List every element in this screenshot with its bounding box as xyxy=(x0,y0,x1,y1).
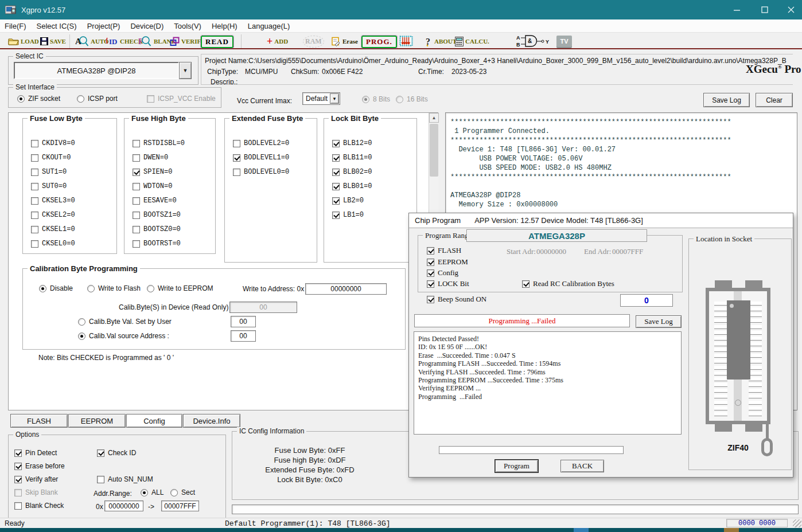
erase-before-checkbox[interactable]: Erase before xyxy=(14,462,65,470)
logic-tool-button[interactable]: AB & Y xyxy=(516,34,552,49)
menu-project[interactable]: Project(P) xyxy=(82,19,126,32)
maximize-button[interactable] xyxy=(752,0,778,19)
ic-dropdown-button[interactable]: ▼ xyxy=(179,62,192,79)
vcc-dropdown-button[interactable]: ▼ xyxy=(330,93,339,104)
blb12-checkbox[interactable]: BLB12=0 xyxy=(332,139,372,147)
minimize-button[interactable] xyxy=(724,0,750,19)
bodlevel1-checkbox[interactable]: BODLEVEL1=0 xyxy=(233,154,289,162)
wdton-checkbox[interactable]: WDTON=0 xyxy=(133,182,172,190)
eesave-checkbox[interactable]: EESAVE=0 xyxy=(133,197,177,205)
back-button[interactable]: BACK xyxy=(560,460,604,472)
scroll-up-button[interactable]: ▲ xyxy=(429,113,439,123)
8bits-radio[interactable]: 8 Bits xyxy=(362,95,390,103)
addr-all-radio[interactable]: ALL xyxy=(141,488,163,496)
verify-button[interactable]: VERIFY xyxy=(170,34,205,49)
tab-flash[interactable]: FLASH xyxy=(10,414,68,428)
range-to-input[interactable]: 00007FFF xyxy=(161,500,199,511)
eeprom-checkbox[interactable]: EEPROM xyxy=(427,257,468,267)
tab-eeprom[interactable]: EEPROM xyxy=(68,414,126,428)
zif-socket-radio[interactable]: ZIF socket xyxy=(17,95,60,103)
calib-write-flash-radio[interactable]: Write to Flash xyxy=(87,284,141,292)
check-id-checkbox[interactable]: Check ID xyxy=(97,449,136,457)
calib-disable-radio[interactable]: Disable xyxy=(39,284,73,292)
auto-sn-checkbox[interactable]: Auto SN_NUM xyxy=(97,475,153,483)
blank-check-checkbox[interactable]: Blank Check xyxy=(14,502,64,510)
cksel0-checkbox[interactable]: CKSEL0=0 xyxy=(31,240,75,248)
icsp-vcc-checkbox[interactable]: ICSP_VCC Enable xyxy=(147,95,216,103)
about-button[interactable]: ? ABOUT xyxy=(425,34,457,49)
blb11-checkbox[interactable]: BLB11=0 xyxy=(332,154,372,162)
range-from-input[interactable]: 00000000 xyxy=(104,500,143,511)
16bits-radio[interactable]: 16 Bits xyxy=(396,95,428,103)
bodlevel0-checkbox[interactable]: BODLEVEL0=0 xyxy=(233,168,289,176)
bootsz1-checkbox[interactable]: BOOTSZ1=0 xyxy=(133,211,181,219)
sut0-checkbox[interactable]: SUT0=0 xyxy=(31,182,67,190)
lb1-checkbox[interactable]: LB1=0 xyxy=(332,211,364,219)
blb01-checkbox[interactable]: BLB01=0 xyxy=(332,182,372,190)
start-adr-value: 00000000 xyxy=(536,247,566,256)
pin-detect-checkbox[interactable]: Pin Detect xyxy=(14,449,57,457)
ram-button[interactable]: RAM xyxy=(303,34,324,49)
sut1-checkbox[interactable]: SUT1=0 xyxy=(31,168,67,176)
rstdisbl-checkbox[interactable]: RSTDISBL=0 xyxy=(133,139,185,147)
write-address-input[interactable]: 00000000 xyxy=(305,283,387,295)
menu-device[interactable]: Device(D) xyxy=(125,19,169,32)
menu-select-ic[interactable]: Select IC(S) xyxy=(32,19,82,32)
erase-button[interactable]: Erase xyxy=(332,34,358,49)
bootrst-checkbox[interactable]: BOOTRST=0 xyxy=(133,240,181,248)
read-button[interactable]: READ xyxy=(201,34,233,49)
clear-button[interactable]: Clear xyxy=(756,93,793,107)
icsp-port-radio[interactable]: ICSP port xyxy=(77,95,118,103)
clear-label: Clear xyxy=(766,96,782,104)
lb2-checkbox[interactable]: LB2=0 xyxy=(332,197,364,205)
beep-checkbox[interactable]: Beep Sound ON xyxy=(427,295,486,304)
auto-button[interactable]: A AUTO xyxy=(75,34,109,49)
dwen-checkbox[interactable]: DWEN=0 xyxy=(133,154,168,162)
verify-after-checkbox[interactable]: Verify after xyxy=(14,475,58,483)
tab-device-info[interactable]: Device.Info xyxy=(183,414,240,428)
program-button[interactable]: Program xyxy=(495,460,538,472)
menu-file[interactable]: File(F) xyxy=(0,19,32,32)
cksel1-checkbox[interactable]: CKSEL1=0 xyxy=(31,225,75,233)
close-button[interactable] xyxy=(778,0,802,19)
calib-user-radio[interactable]: Calib.Byte Val. Set by User xyxy=(78,318,172,326)
fuse-high-title: Fuse High Byte xyxy=(129,114,188,123)
calib-write-eeprom-radio[interactable]: Write to EEPROM xyxy=(147,284,213,292)
cksel2-checkbox[interactable]: CKSEL2=0 xyxy=(31,211,75,219)
checkbox-box xyxy=(133,140,140,147)
scrollbar-thumb[interactable] xyxy=(430,124,438,177)
bodlevel2-checkbox[interactable]: BODLEVEL2=0 xyxy=(233,139,289,147)
tv-button[interactable]: TV xyxy=(556,34,572,49)
calib-user-input[interactable]: 00 xyxy=(231,316,256,327)
calib-source-radio[interactable]: Calib.Val source Address : xyxy=(78,332,169,340)
blb02-checkbox[interactable]: BLB02=0 xyxy=(332,168,372,176)
ckout-checkbox[interactable]: CKOUT=0 xyxy=(31,154,71,162)
dialog-titlebar[interactable]: Chip Program APP Version: 12.57 Device M… xyxy=(409,213,793,228)
resize-grip[interactable] xyxy=(793,519,801,527)
spien-checkbox[interactable]: SPIEN=0 xyxy=(133,168,172,176)
ic-selector[interactable]: ATMEGA328P @DIP28 xyxy=(14,62,179,79)
dialog-save-log-button[interactable]: Save Log xyxy=(636,315,682,328)
save-log-button[interactable]: Save Log xyxy=(703,93,750,107)
flash-checkbox[interactable]: FLASH xyxy=(427,246,461,255)
cksel3-checkbox[interactable]: CKSEL3=0 xyxy=(31,197,75,205)
menu-help[interactable]: Help(H) xyxy=(207,19,243,32)
ic-test-button[interactable] xyxy=(398,34,414,49)
menu-tools[interactable]: Tools(V) xyxy=(169,19,207,32)
read-rc-checkbox[interactable]: Read RC Calibration Bytes xyxy=(522,279,614,288)
tab-config[interactable]: Config xyxy=(126,414,182,428)
check-button[interactable]: ID CHECK xyxy=(106,34,143,49)
skip-blank-checkbox[interactable]: Skip Blank xyxy=(14,488,58,496)
save-button[interactable]: SAVE xyxy=(40,34,66,49)
load-button[interactable]: LOAD xyxy=(8,34,39,49)
lock-bit-checkbox[interactable]: LOCK Bit xyxy=(427,279,469,288)
ckdiv8-checkbox[interactable]: CKDIV8=0 xyxy=(31,139,75,147)
bootsz0-checkbox[interactable]: BOOTSZ0=0 xyxy=(133,225,181,233)
add-button[interactable]: + ADD xyxy=(267,34,288,49)
prog-button[interactable]: PROG. xyxy=(361,34,397,49)
calib-source-input[interactable]: 00 xyxy=(231,330,256,342)
calcu-button[interactable]: CALCU. xyxy=(455,34,489,49)
addr-sect-radio[interactable]: Sect xyxy=(170,488,195,496)
config-checkbox[interactable]: Config xyxy=(427,268,458,277)
menu-language[interactable]: Language(L) xyxy=(243,19,295,32)
